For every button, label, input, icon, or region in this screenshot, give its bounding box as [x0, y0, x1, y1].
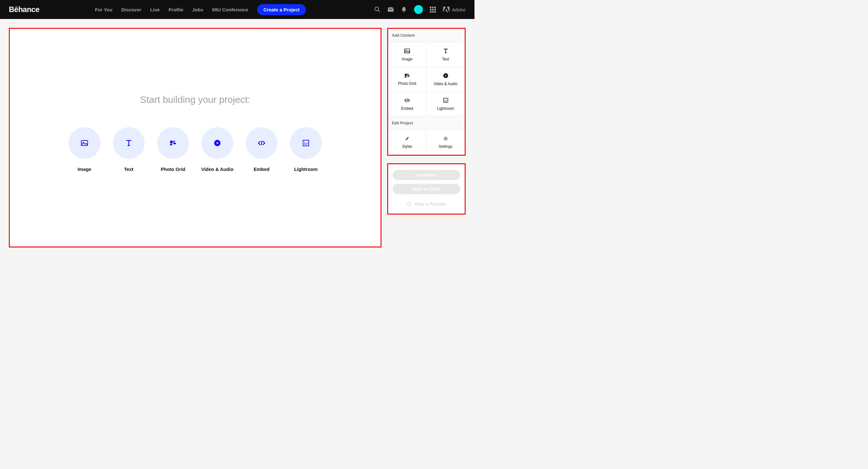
add-image-label: Image [78, 167, 91, 172]
photo-grid-icon [157, 127, 189, 159]
nav-jobs[interactable]: Jobs [192, 7, 204, 12]
sidebar-add-lightroom-label: Lightroom [437, 106, 454, 111]
save-draft-button[interactable]: Save as Draft [393, 184, 460, 194]
sidebar-settings[interactable]: Settings [426, 130, 465, 155]
add-content-grid: Image Text Photo Grid Video & Audio Embe… [388, 42, 465, 116]
image-icon [69, 127, 100, 159]
project-canvas[interactable]: Start building your project: Image Text … [9, 28, 381, 247]
edit-project-heading: Edit Project [388, 116, 465, 130]
add-text-tile[interactable]: Text [113, 127, 145, 172]
sidebar-add-video-audio[interactable]: Video & Audio [426, 67, 465, 92]
search-icon[interactable] [374, 6, 380, 13]
add-content-heading: Add Content [388, 29, 465, 42]
sidebar-add-photo-grid[interactable]: Photo Grid [388, 67, 426, 92]
text-icon [113, 127, 145, 159]
add-photo-grid-label: Photo Grid [161, 167, 185, 172]
gear-icon [443, 136, 448, 141]
add-embed-tile[interactable]: Embed [246, 127, 277, 172]
play-icon [202, 127, 233, 159]
content-type-row: Image Text Photo Grid Video & Audio Embe… [69, 127, 322, 172]
header-actions: Adobe [374, 5, 466, 14]
sidebar-add-image[interactable]: Image [388, 42, 426, 67]
right-sidebar: Add Content Image Text Photo Grid Video … [387, 28, 466, 247]
view-preview-label: View a Preview [414, 202, 446, 207]
canvas-title: Start building your project: [140, 94, 251, 105]
apps-icon[interactable] [430, 6, 436, 13]
embed-icon [404, 97, 410, 103]
photo-grid-icon [404, 73, 410, 78]
behance-logo[interactable]: Bēhance [9, 5, 39, 14]
primary-nav: For You Discover Live Profile Jobs 99U C… [95, 4, 306, 15]
sidebar-styles[interactable]: Styles [388, 130, 426, 155]
search-icon [407, 202, 412, 207]
sidebar-styles-label: Styles [402, 144, 412, 149]
add-lightroom-tile[interactable]: Lightroom [290, 127, 322, 172]
adobe-link[interactable]: Adobe [443, 7, 466, 12]
create-project-button[interactable]: Create a Project [257, 4, 306, 15]
add-lightroom-label: Lightroom [294, 167, 318, 172]
add-photo-grid-tile[interactable]: Photo Grid [157, 127, 189, 172]
adobe-label: Adobe [452, 7, 466, 12]
lightroom-icon [290, 127, 322, 159]
brush-icon [405, 136, 410, 141]
text-icon [443, 48, 448, 54]
nav-conference[interactable]: 99U Conference [212, 7, 248, 12]
play-icon [443, 73, 448, 79]
sidebar-add-embed-label: Embed [401, 106, 413, 111]
nav-discover[interactable]: Discover [121, 7, 141, 12]
sidebar-add-photo-grid-label: Photo Grid [398, 81, 416, 86]
sidebar-settings-label: Settings [439, 144, 452, 149]
mail-icon[interactable] [388, 6, 394, 13]
edit-project-grid: Styles Settings [388, 130, 465, 155]
add-embed-label: Embed [254, 167, 270, 172]
tools-panel: Add Content Image Text Photo Grid Video … [387, 28, 466, 156]
sidebar-add-text-label: Text [442, 57, 449, 61]
actions-panel: Continue Save as Draft View a Preview [387, 163, 466, 214]
add-image-tile[interactable]: Image [69, 127, 100, 172]
add-video-audio-tile[interactable]: Video & Audio [202, 127, 233, 172]
add-video-audio-label: Video & Audio [201, 167, 234, 172]
add-text-label: Text [124, 167, 133, 172]
nav-profile[interactable]: Profile [168, 7, 183, 12]
top-nav: Bēhance For You Discover Live Profile Jo… [0, 0, 474, 19]
sidebar-add-embed[interactable]: Embed [388, 92, 426, 116]
continue-button[interactable]: Continue [393, 170, 460, 180]
nav-for-you[interactable]: For You [95, 7, 112, 12]
avatar[interactable] [414, 5, 423, 14]
nav-live[interactable]: Live [150, 7, 160, 12]
embed-icon [246, 127, 277, 159]
sidebar-add-text[interactable]: Text [426, 42, 465, 67]
view-preview-link[interactable]: View a Preview [407, 202, 446, 207]
adobe-icon [443, 7, 450, 12]
bell-icon[interactable] [401, 6, 407, 13]
sidebar-add-video-audio-label: Video & Audio [434, 82, 457, 86]
image-icon [404, 48, 410, 54]
workspace: Start building your project: Image Text … [0, 19, 474, 256]
sidebar-add-lightroom[interactable]: Lightroom [426, 92, 465, 116]
lightroom-icon [443, 97, 448, 103]
sidebar-add-image-label: Image [402, 57, 412, 61]
